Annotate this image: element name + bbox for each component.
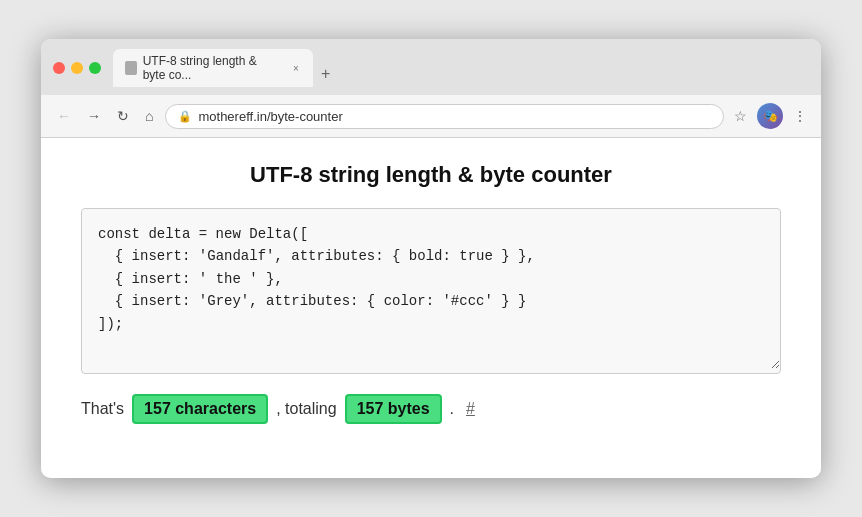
tab-close-button[interactable]: ×: [291, 62, 301, 74]
new-tab-button[interactable]: +: [313, 61, 338, 87]
page-content: UTF-8 string length & byte counter That'…: [41, 138, 821, 478]
bookmark-button[interactable]: ☆: [732, 106, 749, 126]
bytes-badge: 157 bytes: [345, 394, 442, 424]
result-suffix: .: [450, 400, 454, 418]
result-row: That's 157 characters , totaling 157 byt…: [81, 394, 781, 424]
tabs: UTF-8 string length & byte co... × +: [113, 49, 809, 87]
active-tab[interactable]: UTF-8 string length & byte co... ×: [113, 49, 313, 87]
url-text: mothereff.in/byte-counter: [198, 109, 342, 124]
minimize-button[interactable]: [71, 62, 83, 74]
tab-favicon: [125, 61, 137, 75]
hash-link[interactable]: #: [466, 400, 475, 418]
page-title: UTF-8 string length & byte counter: [81, 162, 781, 188]
back-button[interactable]: ←: [53, 106, 75, 126]
browser-window: UTF-8 string length & byte co... × + ← →…: [41, 39, 821, 478]
title-bar: UTF-8 string length & byte co... × +: [41, 39, 821, 95]
maximize-button[interactable]: [89, 62, 101, 74]
user-avatar[interactable]: 🎭: [757, 103, 783, 129]
result-prefix: That's: [81, 400, 124, 418]
url-bar[interactable]: 🔒 mothereff.in/byte-counter: [165, 104, 724, 129]
result-connector: , totaling: [276, 400, 336, 418]
traffic-lights: [53, 62, 101, 74]
reload-button[interactable]: ↻: [113, 106, 133, 126]
forward-button[interactable]: →: [83, 106, 105, 126]
url-actions: ☆ 🎭 ⋮: [732, 103, 809, 129]
textarea-container: [81, 208, 781, 374]
home-button[interactable]: ⌂: [141, 106, 157, 126]
input-textarea[interactable]: [82, 209, 780, 369]
address-bar: ← → ↻ ⌂ 🔒 mothereff.in/byte-counter ☆ 🎭 …: [41, 95, 821, 138]
avatar-icon: 🎭: [763, 109, 778, 123]
tab-label: UTF-8 string length & byte co...: [143, 54, 281, 82]
close-button[interactable]: [53, 62, 65, 74]
lock-icon: 🔒: [178, 110, 192, 123]
menu-button[interactable]: ⋮: [791, 106, 809, 126]
characters-badge: 157 characters: [132, 394, 268, 424]
